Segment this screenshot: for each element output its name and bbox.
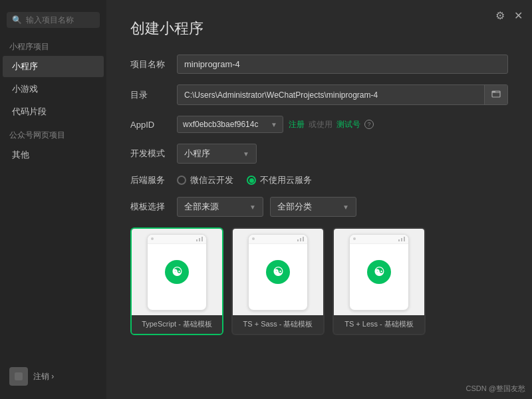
appid-label: AppID: [130, 120, 177, 130]
dir-browse-button[interactable]: [484, 85, 507, 104]
radio-circle-2: [247, 176, 256, 185]
sb1: [196, 239, 198, 241]
sidebar-item-minigame[interactable]: 小游戏: [3, 78, 104, 100]
devmode-value: 小程序: [184, 148, 239, 160]
close-icon[interactable]: ✕: [514, 9, 523, 22]
dir-input-wrap: [177, 84, 508, 105]
sb3b: [303, 237, 304, 241]
appid-value: wxf0ebcb3baef9614c: [183, 120, 268, 129]
project-name-row: 项目名称: [130, 55, 508, 74]
phone-frame-1: ☯: [248, 234, 308, 311]
sb2: [199, 238, 200, 241]
phone-top-bar-2: [350, 235, 408, 244]
main-content: ⚙ ✕ 创建小程序 项目名称 目录: [106, 0, 532, 399]
section2-label: 公众号网页项目: [0, 123, 106, 144]
template-card-0[interactable]: ☯ TypeScript - 基础模板: [130, 227, 223, 335]
radio-circle-1: [177, 176, 186, 185]
devmode-row: 开发模式 小程序 ▼: [130, 144, 508, 164]
sb2b: [300, 238, 301, 241]
appid-row: AppID wxf0ebcb3baef9614c ▼ 注册 或使用 测试号 ?: [130, 116, 508, 133]
sb2c: [401, 238, 402, 241]
project-name-input[interactable]: [177, 55, 508, 74]
or-sep: 或使用: [309, 119, 332, 130]
backend-control: 微信云开发 不使用云服务: [177, 174, 508, 186]
category-value: 全部分类: [277, 201, 338, 213]
devmode-select[interactable]: 小程序 ▼: [177, 144, 257, 164]
card-phone-0: ☯: [132, 229, 222, 315]
dir-input[interactable]: [178, 86, 484, 104]
backend-label: 后端服务: [130, 174, 177, 186]
dialog: 创建小程序 项目名称 目录: [106, 0, 532, 399]
dir-label: 目录: [130, 89, 177, 101]
wechat-logo-0: ☯: [165, 260, 189, 284]
appid-control: wxf0ebcb3baef9614c ▼ 注册 或使用 测试号 ?: [177, 116, 508, 133]
category-select[interactable]: 全部分类 ▼: [270, 197, 356, 217]
sb1b: [297, 239, 299, 241]
search-bar[interactable]: 🔍: [7, 12, 100, 28]
template-row: 模板选择 全部来源 ▼ 全部分类 ▼: [130, 197, 508, 217]
sb3c: [404, 237, 405, 241]
svg-rect-0: [15, 372, 23, 380]
template-control: 全部来源 ▼ 全部分类 ▼: [177, 197, 508, 217]
register-link[interactable]: 注册: [289, 119, 305, 130]
sidebar: 🔍 小程序项目 小程序 小游戏 代码片段 公众号网页项目 其他 注销 ›: [0, 0, 106, 399]
phone-frame-0: ☯: [147, 234, 207, 311]
sidebar-item-other[interactable]: 其他: [3, 144, 104, 166]
logout-button[interactable]: 注销 ›: [33, 371, 54, 382]
dialog-title: 创建小程序: [130, 19, 508, 39]
card-label-0: TypeScript - 基础模板: [132, 315, 222, 334]
wechat-logo-2: ☯: [367, 260, 391, 284]
phone-dot-0a: [151, 237, 154, 240]
template-card-2[interactable]: ☯ TS + Less - 基础模板: [332, 227, 426, 335]
phone-top-bar-1: [249, 235, 307, 244]
wechat-logo-icon-1: ☯: [273, 265, 283, 279]
phone-dot-2a: [353, 237, 356, 240]
avatar: [9, 367, 28, 386]
dir-control: [177, 84, 508, 105]
phone-dot-1a: [252, 237, 255, 240]
phone-frame-2: ☯: [349, 234, 409, 311]
backend-radio-group: 微信云开发 不使用云服务: [177, 174, 312, 186]
dir-row: 目录: [130, 84, 508, 105]
search-input[interactable]: [26, 15, 94, 25]
phone-top-bar-0: [148, 235, 206, 244]
section1-label: 小程序项目: [0, 37, 106, 55]
wechat-logo-1: ☯: [266, 260, 290, 284]
appid-dropdown-arrow: ▼: [271, 121, 277, 128]
backend-option2-label: 不使用云服务: [260, 174, 312, 186]
source-value: 全部来源: [184, 201, 245, 213]
category-dropdown-arrow: ▼: [342, 203, 349, 211]
settings-icon[interactable]: ⚙: [495, 9, 505, 22]
top-right-icons: ⚙ ✕: [495, 9, 523, 22]
appid-select[interactable]: wxf0ebcb3baef9614c ▼: [177, 116, 283, 133]
search-icon: 🔍: [12, 15, 22, 25]
devmode-dropdown-arrow: ▼: [243, 150, 249, 158]
wechat-logo-icon-2: ☯: [374, 265, 384, 279]
template-card-1[interactable]: ☯ TS + Sass - 基础模板: [231, 227, 325, 335]
sidebar-bottom: 注销 ›: [0, 360, 106, 392]
svg-rect-2: [492, 91, 495, 92]
sidebar-item-codesnippet[interactable]: 代码片段: [3, 101, 104, 122]
backend-option1-label: 微信云开发: [190, 174, 233, 186]
card-label-1: TS + Sass - 基础模板: [233, 315, 323, 334]
sb1c: [398, 239, 400, 241]
sb3: [201, 237, 203, 241]
backend-row: 后端服务 微信云开发 不使用云服务: [130, 174, 508, 186]
source-select[interactable]: 全部来源 ▼: [177, 197, 263, 217]
radio-dot-2: [249, 178, 254, 183]
appid-links: 注册 或使用 测试号 ?: [289, 119, 374, 130]
backend-option1[interactable]: 微信云开发: [177, 174, 233, 186]
testid-link[interactable]: 测试号: [336, 119, 360, 130]
backend-option2[interactable]: 不使用云服务: [247, 174, 312, 186]
phone-signal-2: [398, 237, 405, 241]
card-phone-2: ☯: [334, 229, 424, 315]
template-label: 模板选择: [130, 201, 177, 213]
phone-signal-0: [196, 237, 203, 241]
source-dropdown-arrow: ▼: [249, 203, 256, 211]
app-container: 🔍 小程序项目 小程序 小游戏 代码片段 公众号网页项目 其他 注销 › ⚙ ✕…: [0, 0, 532, 399]
help-icon[interactable]: ?: [364, 120, 374, 129]
template-selects: 全部来源 ▼ 全部分类 ▼: [177, 197, 356, 217]
project-name-label: 项目名称: [130, 59, 177, 70]
sidebar-item-miniprogram[interactable]: 小程序: [3, 56, 104, 77]
phone-signal-1: [297, 237, 304, 241]
